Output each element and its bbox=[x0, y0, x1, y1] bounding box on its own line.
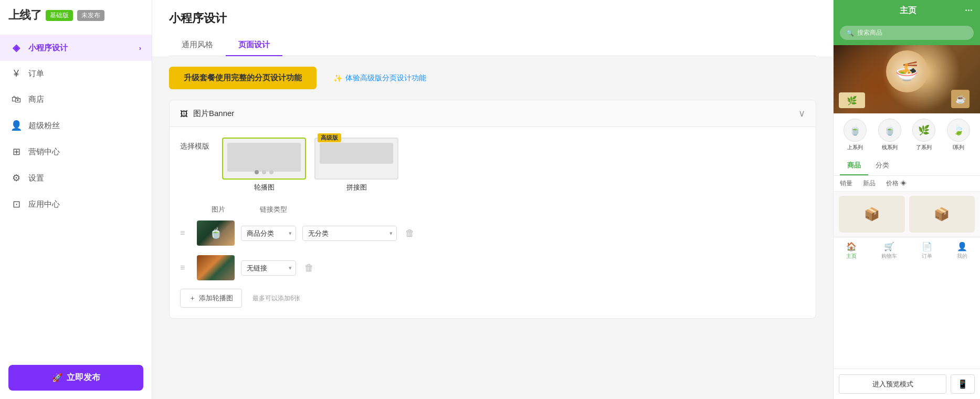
phone-cat-3[interactable]: 🍃 l系列 bbox=[947, 119, 970, 151]
phone-nav: 主页 ··· bbox=[834, 0, 980, 22]
banner-section-header[interactable]: 🖼 图片Banner ∨ bbox=[170, 100, 816, 127]
main-body: 升级套餐使用完整的分页设计功能 ✨ 体验高级版分页设计功能 🖼 图片Banner… bbox=[152, 56, 833, 399]
sidebar-header: 上线了 基础版 未发布 bbox=[0, 0, 152, 30]
main-area: 小程序设计 通用风格 页面设计 升级套餐使用完整的分页设计功能 ✨ 体验高级版分… bbox=[152, 0, 833, 399]
images-header: 图片 链接类型 bbox=[180, 205, 805, 214]
basic-badge: 基础版 bbox=[46, 10, 73, 21]
cart-icon: 🛒 bbox=[884, 242, 894, 251]
collage-preview: 高级版 bbox=[314, 138, 398, 180]
upgrade-button[interactable]: 升级套餐使用完整的分页设计功能 bbox=[169, 67, 317, 89]
sidebar-item-superfans[interactable]: 👤 超级粉丝 bbox=[0, 112, 152, 139]
add-banner-button[interactable]: ＋ 添加轮播图 bbox=[180, 289, 242, 308]
phone-nav-dots-icon: ··· bbox=[965, 5, 973, 16]
sidebar-item-marketing[interactable]: ⊞ 营销中心 bbox=[0, 139, 152, 165]
image-col-header: 图片 bbox=[212, 205, 254, 214]
phone-bottom-orders[interactable]: 📄 订单 bbox=[922, 242, 932, 260]
tab-style[interactable]: 通用风格 bbox=[169, 35, 226, 56]
mobile-preview-button[interactable]: 📱 bbox=[951, 374, 975, 394]
drag-handle-2[interactable]: ≡ bbox=[180, 263, 191, 272]
template-option-carousel[interactable]: 轮播图 bbox=[222, 138, 306, 192]
phone-cat-label-2: 了系列 bbox=[916, 144, 932, 151]
settings-icon: ⚙ bbox=[10, 172, 22, 184]
banner-section: 🖼 图片Banner ∨ 选择模版 bbox=[169, 100, 816, 319]
phone-tab-categories[interactable]: 分类 bbox=[868, 156, 897, 175]
delete-image-1-button[interactable]: 🗑 bbox=[403, 226, 417, 241]
preview-mode-button[interactable]: 进入预览模式 bbox=[839, 374, 946, 394]
banner-icon: 🖼 bbox=[180, 109, 188, 118]
sidebar-item-shop[interactable]: 🛍 商店 bbox=[0, 87, 152, 112]
page-title: 小程序设计 bbox=[169, 10, 816, 26]
phone-search: 🔍 搜索商品 bbox=[834, 22, 980, 45]
phone-cat-2[interactable]: 🌿 了系列 bbox=[912, 119, 935, 151]
pro-badge: 高级版 bbox=[318, 133, 341, 142]
phone-bottom-home[interactable]: 🏠 主页 bbox=[846, 242, 857, 260]
phone-sort-new[interactable]: 新品 bbox=[863, 179, 876, 188]
sidebar-item-label: 订单 bbox=[28, 69, 44, 79]
sidebar-item-label: 小程序设计 bbox=[28, 43, 68, 53]
home-icon: 🏠 bbox=[846, 242, 857, 251]
orders-icon: ¥ bbox=[10, 68, 22, 79]
phone-product-tabs: 商品 分类 bbox=[834, 156, 980, 176]
phone-bottom-cart[interactable]: 🛒 购物车 bbox=[881, 242, 897, 260]
marketing-icon: ⊞ bbox=[10, 146, 22, 158]
sidebar-item-settings[interactable]: ⚙ 设置 bbox=[0, 165, 152, 191]
nav-arrow-icon: › bbox=[139, 44, 141, 52]
plus-icon: ＋ bbox=[189, 293, 196, 303]
link-type-select-1-wrap: 无链接 商品分类 商品详情 自定义链接 ▾ bbox=[241, 226, 296, 241]
phone-sort-price[interactable]: 价格 ◈ bbox=[886, 179, 907, 188]
sidebar-item-miniprogram[interactable]: ◈ 小程序设计 › bbox=[0, 35, 152, 61]
phone-cat-1[interactable]: 🍵 线系列 bbox=[878, 119, 901, 151]
collage-label: 拼接图 bbox=[346, 183, 367, 192]
phone-cat-label-1: 线系列 bbox=[882, 144, 898, 151]
delete-image-2-button[interactable]: 🗑 bbox=[302, 260, 316, 276]
template-options: 轮播图 高级版 拼接图 bbox=[222, 138, 398, 192]
main-tabs: 通用风格 页面设计 bbox=[169, 35, 816, 56]
sidebar-item-orders[interactable]: ¥ 订单 bbox=[0, 61, 152, 87]
phone-banner-image: 🍜 🌿 ☕ bbox=[834, 45, 980, 113]
sidebar-item-label: 应用中心 bbox=[28, 200, 60, 209]
sidebar: 上线了 基础版 未发布 ◈ 小程序设计 › ¥ 订单 🛍 商店 👤 超级粉丝 ⊞… bbox=[0, 0, 152, 399]
chevron-down-icon: ∨ bbox=[798, 108, 805, 119]
experience-link[interactable]: ✨ 体验高级版分页设计功能 bbox=[333, 74, 426, 83]
carousel-label: 轮播图 bbox=[254, 183, 275, 192]
phone-product-2: 📦 bbox=[909, 196, 975, 233]
phone-bottom-profile[interactable]: 👤 我的 bbox=[957, 242, 967, 260]
link-col-header: 链接类型 bbox=[260, 205, 287, 214]
appcenter-icon: ⊡ bbox=[10, 198, 22, 210]
image-row-2: ≡ 无链接 商品分类 商品详情 自定义链接 ▾ 🗑 bbox=[180, 253, 805, 282]
wand-icon: ✨ bbox=[333, 74, 342, 82]
phone-products: 📦 📦 bbox=[834, 192, 980, 237]
publish-button[interactable]: 🚀 立即发布 bbox=[8, 365, 143, 391]
main-header: 小程序设计 通用风格 页面设计 bbox=[152, 0, 833, 56]
miniprogram-icon: ◈ bbox=[10, 42, 22, 54]
upgrade-banner: 升级套餐使用完整的分页设计功能 ✨ 体验高级版分页设计功能 bbox=[169, 67, 816, 89]
superfans-icon: 👤 bbox=[10, 120, 22, 131]
sidebar-item-label: 商店 bbox=[28, 94, 44, 104]
sub-link-select-1[interactable]: 无分类 上系列 线系列 了系列 l系列 bbox=[302, 226, 397, 241]
mobile-icon: 📱 bbox=[957, 380, 968, 388]
phone-sort-sales[interactable]: 销量 bbox=[840, 179, 852, 188]
search-placeholder-text: 搜索商品 bbox=[857, 28, 882, 37]
profile-icon: 👤 bbox=[957, 242, 967, 251]
drag-handle-1[interactable]: ≡ bbox=[180, 228, 191, 238]
phone-cat-label-3: l系列 bbox=[953, 144, 964, 151]
logo-text: 上线了 bbox=[8, 7, 41, 23]
tab-pagedesign[interactable]: 页面设计 bbox=[226, 35, 282, 56]
link-type-select-2[interactable]: 无链接 商品分类 商品详情 自定义链接 bbox=[241, 260, 296, 276]
template-label: 选择模版 bbox=[180, 138, 212, 151]
phone-search-box[interactable]: 🔍 搜索商品 bbox=[840, 26, 974, 40]
phone-product-1: 📦 bbox=[839, 196, 905, 233]
sidebar-item-label: 营销中心 bbox=[28, 147, 60, 157]
image-thumb-2 bbox=[197, 255, 235, 280]
phone-categories: 🍵 上系列 🍵 线系列 🌿 了系列 🍃 l系列 bbox=[834, 113, 980, 156]
phone-tab-products[interactable]: 商品 bbox=[840, 156, 868, 175]
phone-cat-0[interactable]: 🍵 上系列 bbox=[844, 119, 867, 151]
template-option-collage[interactable]: 高级版 拼接图 bbox=[314, 138, 398, 192]
search-icon: 🔍 bbox=[846, 29, 854, 37]
link-type-select-1[interactable]: 无链接 商品分类 商品详情 自定义链接 bbox=[241, 226, 296, 241]
add-banner-row: ＋ 添加轮播图 最多可以添加6张 bbox=[180, 289, 805, 308]
banner-section-body: 选择模版 轮播图 bbox=[170, 127, 816, 318]
sidebar-item-appcenter[interactable]: ⊡ 应用中心 bbox=[0, 191, 152, 217]
nav-items: ◈ 小程序设计 › ¥ 订单 🛍 商店 👤 超级粉丝 ⊞ 营销中心 ⚙ 设置 ⊡… bbox=[0, 30, 152, 359]
image-thumb-1: 🍵 bbox=[197, 220, 235, 246]
